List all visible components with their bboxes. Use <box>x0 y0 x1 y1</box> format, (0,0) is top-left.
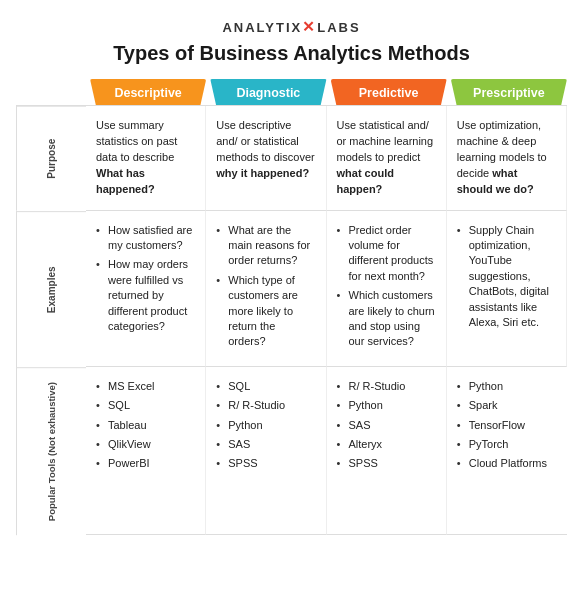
logo: ANALYTIX✕LABS <box>16 18 567 36</box>
cell-tools-descriptive: MS Excel SQL Tableau QlikView PowerBI <box>86 367 206 535</box>
cell-tools-diagnostic: SQL R/ R-Studio Python SAS SPSS <box>206 367 326 535</box>
cell-examples-descriptive: How satisfied are my customers? How may … <box>86 211 206 367</box>
row-label-purpose: Purpose <box>16 106 86 211</box>
col-header-predictive: Predictive <box>331 79 447 105</box>
logo-x: ✕ <box>302 18 317 35</box>
content-table: Purpose Use summary statistics on past d… <box>16 105 567 535</box>
col-headers: Descriptive Diagnostic Predictive Prescr… <box>16 79 567 105</box>
header: ANALYTIX✕LABS Types of Business Analytic… <box>16 18 567 65</box>
row-label-tools: Popular Tools (Not exhaustive) <box>16 367 86 535</box>
logo-text: ANALYTIX✕LABS <box>222 18 360 36</box>
col-header-diagnostic: Diagnostic <box>210 79 326 105</box>
cell-purpose-diagnostic: Use descriptive and/ or statistical meth… <box>206 106 326 211</box>
cell-purpose-prescriptive: Use optimization, machine & deep learnin… <box>447 106 567 211</box>
cell-purpose-descriptive: Use summary statistics on past data to d… <box>86 106 206 211</box>
cell-examples-predictive: Predict order volume for different produ… <box>327 211 447 367</box>
cell-examples-diagnostic: What are the main reasons for order retu… <box>206 211 326 367</box>
row-label-examples: Examples <box>16 211 86 367</box>
page-title: Types of Business Analytics Methods <box>16 42 567 65</box>
cell-purpose-predictive: Use statistical and/ or machine learning… <box>327 106 447 211</box>
cell-examples-prescriptive: Supply Chain optimization, YouTube sugge… <box>447 211 567 367</box>
col-header-prescriptive: Prescriptive <box>451 79 567 105</box>
col-header-empty <box>16 79 86 105</box>
col-header-descriptive: Descriptive <box>90 79 206 105</box>
cell-tools-predictive: R/ R-Studio Python SAS Alteryx SPSS <box>327 367 447 535</box>
cell-tools-prescriptive: Python Spark TensorFlow PyTorch Cloud Pl… <box>447 367 567 535</box>
page: ANALYTIX✕LABS Types of Business Analytic… <box>0 0 583 555</box>
